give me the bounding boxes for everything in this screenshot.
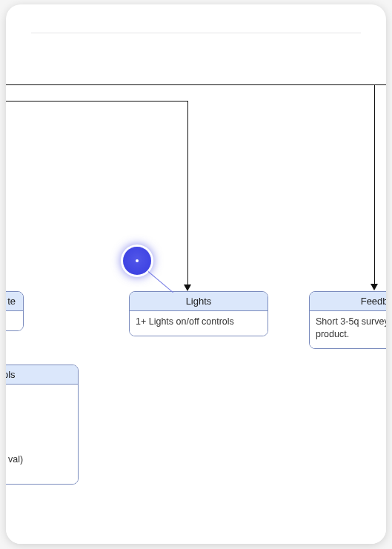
node-feedback[interactable]: Feedbac Short 3-5q survey o product. [309, 291, 386, 349]
node-feedback-title: Feedbac [310, 292, 386, 311]
connector-lights-v [187, 101, 188, 286]
connector-feedback-v [374, 84, 375, 285]
node-controls-title: controls [6, 365, 78, 385]
connector-feedback-arrow [371, 284, 378, 290]
cursor-marker-tail [148, 271, 173, 293]
connector-branch-h [6, 101, 188, 102]
connector-top-h [6, 84, 386, 85]
node-partial-left-top[interactable]: te [6, 291, 24, 331]
node-feedback-body: Short 3-5q survey o product. [310, 311, 386, 348]
divider-top-1 [31, 33, 361, 33]
node-lights-title: Lights [130, 292, 268, 311]
node-lights[interactable]: Lights 1+ Lights on/off controls [129, 291, 268, 336]
node-lights-body: 1+ Lights on/off controls [130, 311, 268, 336]
node-controls-body: t val) n text val) [6, 385, 78, 484]
app-frame: te Lights 1+ Lights on/off controls Feed… [6, 4, 386, 544]
node-partial-left-top-body [6, 311, 23, 330]
connector-lights-arrow [184, 285, 191, 291]
node-controls-line2: n text val) [6, 450, 72, 469]
node-controls-line1: t val) [6, 422, 72, 440]
diagram-canvas[interactable]: te Lights 1+ Lights on/off controls Feed… [6, 70, 386, 544]
node-controls[interactable]: controls t val) n text val) [6, 365, 79, 485]
node-partial-left-top-title: te [6, 292, 23, 311]
cursor-marker[interactable] [123, 247, 151, 275]
